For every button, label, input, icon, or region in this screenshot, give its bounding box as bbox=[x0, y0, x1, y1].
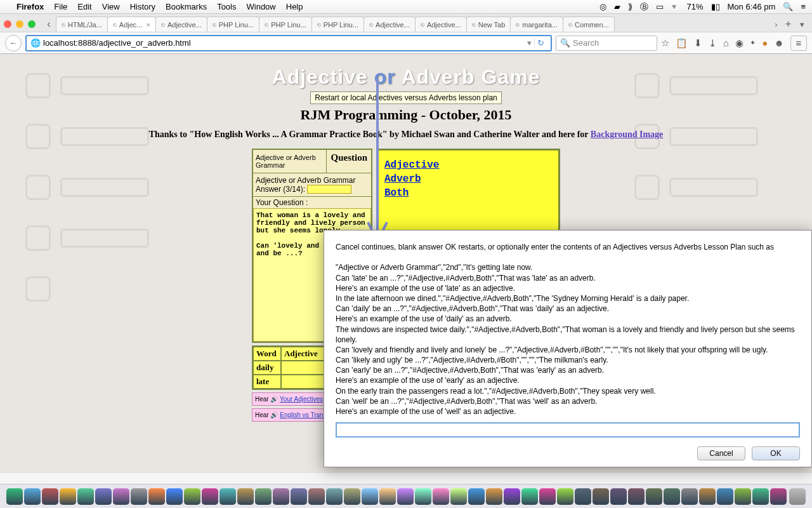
choice-both[interactable]: Both bbox=[384, 187, 552, 199]
dock-app-icon[interactable] bbox=[326, 488, 343, 505]
dock-app-icon[interactable] bbox=[539, 488, 556, 505]
dock-app-icon[interactable] bbox=[664, 488, 680, 505]
addon-icon[interactable]: ● bbox=[762, 37, 768, 48]
dock-app-icon[interactable] bbox=[752, 488, 769, 505]
spotlight-icon[interactable]: 🔍 bbox=[783, 2, 793, 11]
browser-tab[interactable]: ⎋Adjec...× bbox=[107, 17, 156, 32]
addon-icon[interactable]: ☻ bbox=[774, 37, 784, 48]
dock-app-icon[interactable] bbox=[770, 488, 787, 505]
dock-app-icon[interactable] bbox=[42, 488, 58, 505]
dialog-input[interactable] bbox=[336, 422, 800, 438]
dock-app-icon[interactable] bbox=[735, 488, 751, 505]
dock-trash-icon[interactable] bbox=[789, 488, 806, 505]
browser-tab[interactable]: ⎋margarita... bbox=[510, 17, 563, 32]
dock-app-icon[interactable] bbox=[610, 488, 627, 505]
window-zoom[interactable] bbox=[28, 20, 36, 28]
status-icon[interactable]: ▰ bbox=[614, 2, 620, 11]
url-bar[interactable]: 🌐 ▾ ↻ bbox=[25, 35, 552, 51]
dock-app-icon[interactable] bbox=[646, 488, 662, 505]
dock-app-icon[interactable] bbox=[273, 488, 289, 505]
tab-overflow-icon[interactable]: › bbox=[772, 20, 780, 29]
dock-app-icon[interactable] bbox=[628, 488, 645, 505]
new-tab-button[interactable]: + bbox=[780, 18, 796, 30]
dock-app-icon[interactable] bbox=[166, 488, 183, 505]
background-image-link[interactable]: Background Image bbox=[591, 130, 663, 139]
browser-tab[interactable]: ⎋Adjective... bbox=[415, 17, 467, 32]
dock-app-icon[interactable] bbox=[486, 488, 502, 505]
menu-window[interactable]: Window bbox=[247, 2, 276, 11]
answer-input[interactable] bbox=[307, 185, 351, 194]
app-name[interactable]: Firefox bbox=[16, 2, 44, 11]
dock-app-icon[interactable] bbox=[113, 488, 129, 505]
dropdown-icon[interactable]: ▾ bbox=[527, 38, 532, 48]
status-icon[interactable]: Ⓑ bbox=[640, 1, 648, 13]
dock-app-icon[interactable] bbox=[308, 488, 325, 505]
dock-app-icon[interactable] bbox=[397, 488, 414, 505]
page-title[interactable]: Adjective or Adverb Game bbox=[0, 65, 812, 89]
browser-tab[interactable]: ⎋Commen... bbox=[563, 17, 615, 32]
dock-app-icon[interactable] bbox=[202, 488, 218, 505]
sidebar-toggle-icon[interactable]: ‹ bbox=[42, 18, 56, 30]
menu-tools[interactable]: Tools bbox=[217, 2, 236, 11]
dock-app-icon[interactable] bbox=[415, 488, 431, 505]
tabs-menu-icon[interactable]: ▾ bbox=[796, 20, 808, 29]
dock-app-icon[interactable] bbox=[362, 488, 378, 505]
wifi-icon[interactable]: ᯤ bbox=[671, 2, 679, 11]
menu-help[interactable]: Help bbox=[286, 2, 303, 11]
menu-edit[interactable]: Edit bbox=[77, 2, 91, 11]
pocket-icon[interactable]: ⬇ bbox=[694, 37, 702, 49]
choice-adverb[interactable]: Adverb bbox=[384, 173, 552, 185]
browser-tab[interactable]: ⎋Adjective... bbox=[363, 17, 416, 32]
dock-app-icon[interactable] bbox=[521, 488, 538, 505]
menu-bookmarks[interactable]: Bookmarks bbox=[166, 2, 207, 11]
clock[interactable]: Mon 6:46 pm bbox=[728, 2, 776, 11]
dock-app-icon[interactable] bbox=[557, 488, 573, 505]
dock-app-icon[interactable] bbox=[379, 488, 396, 505]
dock-app-icon[interactable] bbox=[255, 488, 272, 505]
browser-tab[interactable]: ⎋PHP Linu... bbox=[207, 17, 259, 32]
dock-app-icon[interactable] bbox=[60, 488, 76, 505]
dock-app-icon[interactable] bbox=[24, 488, 41, 505]
browser-tab[interactable]: ⎋PHP Linu... bbox=[259, 17, 311, 32]
dock-app-icon[interactable] bbox=[219, 488, 236, 505]
menu-history[interactable]: History bbox=[130, 2, 155, 11]
close-icon[interactable]: × bbox=[146, 21, 150, 29]
dock-app-icon[interactable] bbox=[237, 488, 254, 505]
browser-tab[interactable]: ⎋Adjective... bbox=[155, 17, 207, 32]
home-icon[interactable]: ⌂ bbox=[723, 37, 729, 48]
dock-app-icon[interactable] bbox=[681, 488, 698, 505]
addon-icon[interactable]: ◉ bbox=[735, 37, 743, 49]
dock-app-icon[interactable] bbox=[433, 488, 449, 505]
browser-tab[interactable]: ⎋HTML/Ja... bbox=[56, 17, 108, 32]
dock-app-icon[interactable] bbox=[450, 488, 467, 505]
dock-app-icon[interactable] bbox=[575, 488, 591, 505]
menu-icon[interactable]: ≡ bbox=[801, 2, 806, 11]
dock-app-icon[interactable] bbox=[593, 488, 609, 505]
search-bar[interactable]: 🔍 Search bbox=[556, 36, 657, 51]
dock-app-icon[interactable] bbox=[77, 488, 94, 505]
dock-app-icon[interactable] bbox=[717, 488, 733, 505]
status-icon[interactable]: ⟫ bbox=[628, 2, 632, 11]
dock-app-icon[interactable] bbox=[95, 488, 112, 505]
url-input[interactable] bbox=[43, 38, 527, 48]
back-button[interactable]: ← bbox=[5, 35, 22, 51]
addon-icon[interactable]: ✦ bbox=[750, 39, 756, 47]
hear-link[interactable]: Your Adjectives bbox=[280, 396, 323, 403]
browser-tab[interactable]: ⎋PHP Linu... bbox=[311, 17, 364, 32]
menu-file[interactable]: File bbox=[54, 2, 67, 11]
dock-app-icon[interactable] bbox=[344, 488, 360, 505]
dock-app-icon[interactable] bbox=[131, 488, 147, 505]
dock-app-icon[interactable] bbox=[468, 488, 485, 505]
hamburger-menu[interactable]: ≡ bbox=[790, 36, 807, 51]
cancel-button[interactable]: Cancel bbox=[697, 446, 745, 460]
dock-app-icon[interactable] bbox=[504, 488, 520, 505]
window-minimize[interactable] bbox=[16, 20, 23, 28]
dock-app-icon[interactable] bbox=[6, 488, 23, 505]
status-icon[interactable]: ◎ bbox=[599, 2, 606, 11]
download-icon[interactable]: ⤓ bbox=[709, 37, 717, 49]
reload-icon[interactable]: ↻ bbox=[534, 38, 547, 48]
display-icon[interactable]: ▭ bbox=[656, 2, 664, 11]
window-close[interactable] bbox=[4, 20, 11, 28]
dock-app-icon[interactable] bbox=[291, 488, 307, 505]
ok-button[interactable]: OK bbox=[752, 446, 800, 460]
